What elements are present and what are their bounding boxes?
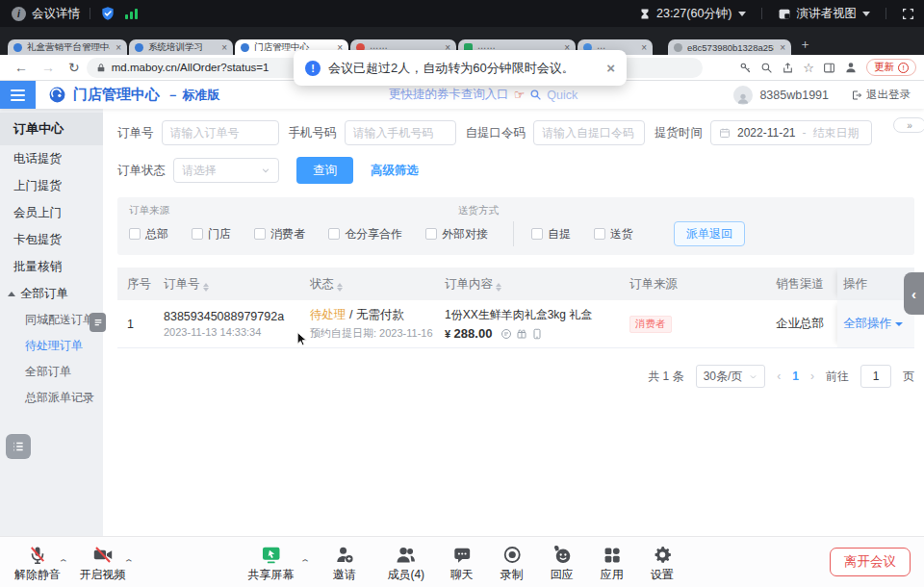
all-actions-dropdown[interactable]: 全部操作 xyxy=(843,316,903,332)
profile-avatar-icon[interactable] xyxy=(844,61,858,74)
floating-list-button[interactable] xyxy=(6,434,31,459)
key-icon[interactable] xyxy=(739,62,752,74)
checkbox-delivery-deliver[interactable]: 送货 xyxy=(594,226,633,242)
page-size-select[interactable]: 30条/页 xyxy=(696,365,766,388)
tab-close-icon[interactable]: × xyxy=(221,42,227,53)
apps-button[interactable]: 应用 xyxy=(590,543,634,583)
tab-close-icon[interactable]: × xyxy=(116,42,121,53)
share-screen-button[interactable]: 共享屏幕 xyxy=(240,543,301,583)
timer-dropdown-caret[interactable] xyxy=(738,12,746,16)
phone-input[interactable] xyxy=(345,120,456,145)
pickup-code-input[interactable] xyxy=(533,120,645,145)
order-status-select[interactable]: 请选择 xyxy=(173,158,279,183)
sidebar-item-member-visit[interactable]: 会员上门 xyxy=(0,199,103,226)
security-shield-icon[interactable] xyxy=(100,6,116,21)
network-signal-icon[interactable] xyxy=(125,9,138,19)
record-button[interactable]: 录制 xyxy=(490,543,534,583)
query-button[interactable]: 查询 xyxy=(296,157,353,184)
mic-options-caret[interactable]: ⌃ xyxy=(58,558,69,568)
sidebar-toggle-handle[interactable] xyxy=(90,313,106,332)
col-order-no[interactable]: 订单号 xyxy=(158,276,304,293)
checkbox-delivery-selfpickup[interactable]: 自提 xyxy=(531,226,571,242)
promo-link[interactable]: 更快捷的券卡查询入口 xyxy=(389,87,509,103)
share-options-caret[interactable]: ⌃ xyxy=(299,558,311,568)
sidebar-sub-all-orders[interactable]: 全部订单 xyxy=(0,359,103,385)
checkbox[interactable] xyxy=(129,228,141,240)
toast-close-icon[interactable]: × xyxy=(606,60,615,76)
reactions-button[interactable]: 回应 xyxy=(540,543,584,583)
col-content[interactable]: 订单内容 xyxy=(439,276,624,293)
checkbox-source-external[interactable]: 外部对接 xyxy=(425,226,488,242)
checkbox[interactable] xyxy=(531,228,543,240)
table-row[interactable]: 1 83859345088979792a 2023-11-13 14:33:34… xyxy=(117,300,914,348)
back-icon[interactable]: ← xyxy=(14,60,28,75)
fullscreen-icon[interactable] xyxy=(902,8,914,20)
side-panel-icon[interactable] xyxy=(823,62,835,74)
chat-icon xyxy=(452,543,472,565)
reload-icon[interactable]: ↻ xyxy=(68,60,80,75)
advanced-filter-link[interactable]: 高级筛选 xyxy=(371,163,419,179)
collapse-panel-button[interactable]: » xyxy=(893,117,924,133)
promo-entry[interactable]: 更快捷的券卡查询入口 ☞ Quick xyxy=(389,87,578,103)
menu-hamburger-button[interactable] xyxy=(0,81,36,109)
date-range-picker[interactable]: 2022-11-21 - 结束日期 xyxy=(710,120,872,145)
bookmark-star-icon[interactable]: ☆ xyxy=(803,61,814,75)
sidebar-item-batch-verify[interactable]: 批量核销 xyxy=(0,253,103,280)
user-avatar[interactable] xyxy=(733,86,753,105)
username[interactable]: 8385wb1991 xyxy=(759,89,829,102)
meeting-details-label[interactable]: 会议详情 xyxy=(32,6,80,22)
status-pending: 待处理 xyxy=(310,308,346,321)
date-end-placeholder[interactable]: 结束日期 xyxy=(813,125,860,141)
checkbox[interactable] xyxy=(254,228,266,240)
share-icon[interactable] xyxy=(782,62,794,74)
quick-label[interactable]: Quick xyxy=(547,89,578,102)
checkbox-source-share-coop[interactable]: 仓分享合作 xyxy=(328,226,402,242)
checkbox[interactable] xyxy=(594,228,605,240)
zoom-icon[interactable] xyxy=(760,62,773,74)
browser-tab[interactable]: e8c573980b1328a258fd2e6... × xyxy=(668,39,791,55)
leave-meeting-button[interactable]: 离开会议 xyxy=(830,548,911,576)
order-no-input[interactable] xyxy=(162,120,279,145)
members-button[interactable]: 成员(4) xyxy=(378,543,434,583)
current-page[interactable]: 1 xyxy=(792,370,799,383)
date-start-value[interactable]: 2022-11-21 xyxy=(737,126,796,140)
sidebar-sub-city-delivery[interactable]: 同城配送订单 xyxy=(0,307,103,333)
dispatch-return-button[interactable]: 派单退回 xyxy=(674,221,745,246)
checkbox-source-hq[interactable]: 总部 xyxy=(129,226,168,242)
browser-tab[interactable]: 系统培训学习 × xyxy=(129,39,233,55)
tab-favicon xyxy=(241,43,249,52)
sidebar-group-all-orders[interactable]: 全部订单 xyxy=(0,280,103,307)
checkbox[interactable] xyxy=(328,228,340,240)
quick-search-icon[interactable] xyxy=(529,89,542,101)
chat-button[interactable]: 聊天 xyxy=(440,543,484,583)
pickup-code-label: 自提口令码 xyxy=(466,125,526,141)
new-tab-button[interactable]: ＋ xyxy=(799,36,811,53)
checkbox-source-consumer[interactable]: 消费者 xyxy=(254,226,305,242)
sidebar-item-door-pickup[interactable]: 上门提货 xyxy=(0,172,103,199)
video-options-caret[interactable]: ⌃ xyxy=(122,558,134,568)
sidebar-sub-hq-dispatch-log[interactable]: 总部派单记录 xyxy=(0,385,103,411)
invite-button[interactable]: 邀请 xyxy=(317,543,372,583)
right-panel-handle[interactable]: ‹ xyxy=(904,272,924,315)
sidebar-sub-pending-orders[interactable]: 待处理订单 xyxy=(0,333,103,359)
checkbox-source-store[interactable]: 门店 xyxy=(192,226,231,242)
sidebar-item-card-pickup[interactable]: 卡包提货 xyxy=(0,226,103,253)
view-dropdown-caret[interactable] xyxy=(862,12,870,16)
logout-button[interactable]: 退出登录 xyxy=(851,88,911,102)
view-mode-label[interactable]: 演讲者视图 xyxy=(797,6,858,22)
prev-page-button[interactable]: ‹ xyxy=(777,370,781,383)
sidebar-item-phone-pickup[interactable]: 电话提货 xyxy=(0,145,103,172)
meeting-info-icon[interactable]: i xyxy=(12,7,26,21)
checkbox[interactable] xyxy=(192,228,203,240)
browser-tab[interactable]: 礼盒营销平台管理中心 × xyxy=(8,39,127,55)
forward-icon[interactable]: → xyxy=(41,60,55,75)
checkbox[interactable] xyxy=(425,228,437,240)
col-status[interactable]: 状态 xyxy=(304,276,439,293)
goto-page-input[interactable] xyxy=(860,365,891,388)
next-page-button[interactable]: › xyxy=(810,370,814,383)
settings-button[interactable]: 设置 xyxy=(640,543,684,583)
browser-update-button[interactable]: 更新 ! xyxy=(866,59,916,76)
tab-close-icon[interactable]: × xyxy=(641,42,647,53)
calendar-icon xyxy=(719,127,731,139)
tab-close-icon[interactable]: × xyxy=(780,42,785,53)
